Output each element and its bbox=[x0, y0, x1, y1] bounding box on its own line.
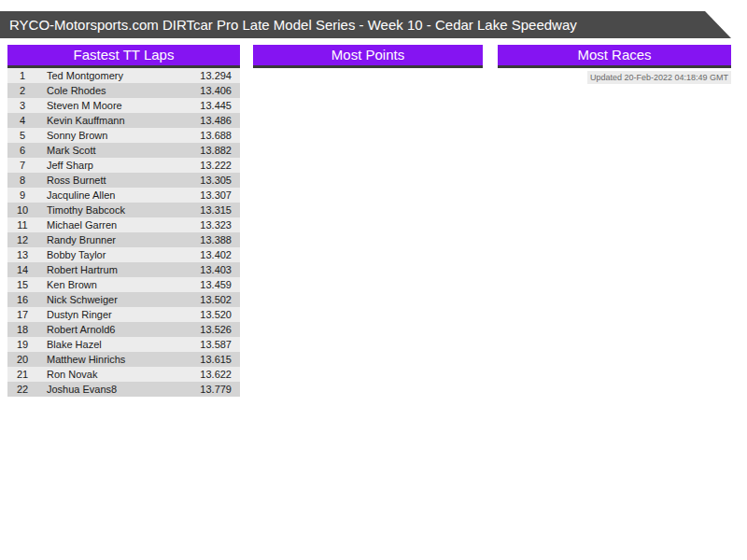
cell-time: 13.406 bbox=[200, 83, 240, 98]
table-row: 3Steven M Moore13.445 bbox=[7, 98, 240, 113]
cell-time: 13.403 bbox=[200, 262, 240, 277]
cell-driver: Joshua Evans8 bbox=[37, 382, 200, 397]
table-row: 8Ross Burnett13.305 bbox=[7, 173, 240, 188]
cell-driver: Jacquline Allen bbox=[37, 188, 200, 203]
fastest-tt-laps-table: 1Ted Montgomery13.2942Cole Rhodes13.4063… bbox=[7, 68, 240, 397]
cell-driver: Ross Burnett bbox=[37, 173, 200, 188]
cell-time: 13.502 bbox=[200, 292, 240, 307]
cell-rank: 17 bbox=[7, 307, 37, 322]
cell-time: 13.388 bbox=[200, 232, 240, 247]
cell-rank: 7 bbox=[7, 158, 37, 173]
table-row: 1Ted Montgomery13.294 bbox=[7, 68, 240, 83]
table-row: 22Joshua Evans813.779 bbox=[7, 382, 240, 397]
cell-driver: Robert Hartrum bbox=[37, 262, 200, 277]
page: RYCO-Motorsports.com DIRTcar Pro Late Mo… bbox=[0, 0, 747, 560]
cell-driver: Robert Arnold6 bbox=[37, 322, 200, 337]
table-row: 5Sonny Brown13.688 bbox=[7, 128, 240, 143]
cell-time: 13.520 bbox=[200, 307, 240, 322]
cell-rank: 5 bbox=[7, 128, 37, 143]
cell-rank: 10 bbox=[7, 203, 37, 217]
cell-time: 13.459 bbox=[200, 277, 240, 292]
cell-rank: 2 bbox=[7, 83, 37, 98]
table-row: 15Ken Brown13.459 bbox=[7, 277, 240, 292]
cell-driver: Ted Montgomery bbox=[37, 68, 200, 83]
table-row: 11Michael Garren13.323 bbox=[7, 217, 240, 232]
cell-rank: 8 bbox=[7, 173, 37, 188]
cell-driver: Ken Brown bbox=[37, 277, 200, 292]
cell-rank: 11 bbox=[7, 217, 37, 232]
cell-driver: Timothy Babcock bbox=[37, 203, 200, 217]
cell-rank: 16 bbox=[7, 292, 37, 307]
cell-time: 13.445 bbox=[200, 98, 240, 113]
most-races-header: Most Races bbox=[498, 45, 731, 68]
cell-rank: 20 bbox=[7, 352, 37, 367]
table-row: 6Mark Scott13.882 bbox=[7, 143, 240, 158]
cell-driver: Ron Novak bbox=[37, 367, 200, 382]
cell-time: 13.779 bbox=[200, 382, 240, 397]
cell-rank: 4 bbox=[7, 113, 37, 128]
cell-time: 13.315 bbox=[200, 203, 240, 217]
cell-rank: 14 bbox=[7, 262, 37, 277]
cell-driver: Kevin Kauffmann bbox=[37, 113, 200, 128]
table-row: 16Nick Schweiger13.502 bbox=[7, 292, 240, 307]
cell-driver: Dustyn Ringer bbox=[37, 307, 200, 322]
table-row: 4Kevin Kauffmann13.486 bbox=[7, 113, 240, 128]
cell-time: 13.305 bbox=[200, 173, 240, 188]
cell-time: 13.688 bbox=[200, 128, 240, 143]
stats-columns: Fastest TT Laps 1Ted Montgomery13.2942Co… bbox=[7, 45, 731, 397]
cell-time: 13.323 bbox=[200, 217, 240, 232]
cell-driver: Matthew Hinrichs bbox=[37, 352, 200, 367]
table-row: 10Timothy Babcock13.315 bbox=[7, 203, 240, 217]
updated-wrap: Updated 20-Feb-2022 04:18:49 GMT bbox=[498, 71, 731, 84]
cell-rank: 18 bbox=[7, 322, 37, 337]
table-row: 12Randy Brunner13.388 bbox=[7, 232, 240, 247]
cell-driver: Blake Hazel bbox=[37, 337, 200, 352]
cell-time: 13.307 bbox=[200, 188, 240, 203]
cell-driver: Jeff Sharp bbox=[37, 158, 200, 173]
cell-rank: 1 bbox=[7, 68, 37, 83]
updated-timestamp: Updated 20-Feb-2022 04:18:49 GMT bbox=[587, 71, 731, 84]
cell-time: 13.622 bbox=[200, 367, 240, 382]
cell-driver: Cole Rhodes bbox=[37, 83, 200, 98]
table-row: 14Robert Hartrum13.403 bbox=[7, 262, 240, 277]
table-row: 21Ron Novak13.622 bbox=[7, 367, 240, 382]
cell-rank: 15 bbox=[7, 277, 37, 292]
table-row: 20Matthew Hinrichs13.615 bbox=[7, 352, 240, 367]
cell-rank: 22 bbox=[7, 382, 37, 397]
fastest-tt-laps-section: Fastest TT Laps 1Ted Montgomery13.2942Co… bbox=[7, 45, 240, 397]
table-row: 2Cole Rhodes13.406 bbox=[7, 83, 240, 98]
table-row: 17Dustyn Ringer13.520 bbox=[7, 307, 240, 322]
cell-time: 13.587 bbox=[200, 337, 240, 352]
cell-rank: 19 bbox=[7, 337, 37, 352]
cell-rank: 6 bbox=[7, 143, 37, 158]
cell-time: 13.526 bbox=[200, 322, 240, 337]
cell-driver: Steven M Moore bbox=[37, 98, 200, 113]
table-row: 19Blake Hazel13.587 bbox=[7, 337, 240, 352]
cell-time: 13.402 bbox=[200, 247, 240, 262]
cell-driver: Sonny Brown bbox=[37, 128, 200, 143]
cell-driver: Bobby Taylor bbox=[37, 247, 200, 262]
cell-time: 13.882 bbox=[200, 143, 240, 158]
cell-rank: 13 bbox=[7, 247, 37, 262]
page-title: RYCO-Motorsports.com DIRTcar Pro Late Mo… bbox=[0, 17, 577, 33]
most-points-header: Most Points bbox=[253, 45, 483, 68]
table-row: 9Jacquline Allen13.307 bbox=[7, 188, 240, 203]
cell-time: 13.294 bbox=[200, 68, 240, 83]
fastest-tt-laps-header: Fastest TT Laps bbox=[7, 45, 240, 68]
cell-time: 13.222 bbox=[200, 158, 240, 173]
cell-rank: 21 bbox=[7, 367, 37, 382]
cell-driver: Nick Schweiger bbox=[37, 292, 200, 307]
most-points-section: Most Points bbox=[253, 45, 483, 397]
cell-driver: Mark Scott bbox=[37, 143, 200, 158]
table-row: 13Bobby Taylor13.402 bbox=[7, 247, 240, 262]
cell-rank: 12 bbox=[7, 232, 37, 247]
cell-driver: Michael Garren bbox=[37, 217, 200, 232]
cell-rank: 9 bbox=[7, 188, 37, 203]
cell-time: 13.486 bbox=[200, 113, 240, 128]
title-banner: RYCO-Motorsports.com DIRTcar Pro Late Mo… bbox=[0, 11, 731, 38]
cell-time: 13.615 bbox=[200, 352, 240, 367]
cell-rank: 3 bbox=[7, 98, 37, 113]
table-row: 7Jeff Sharp13.222 bbox=[7, 158, 240, 173]
most-races-section: Most Races Updated 20-Feb-2022 04:18:49 … bbox=[498, 45, 731, 397]
cell-driver: Randy Brunner bbox=[37, 232, 200, 247]
